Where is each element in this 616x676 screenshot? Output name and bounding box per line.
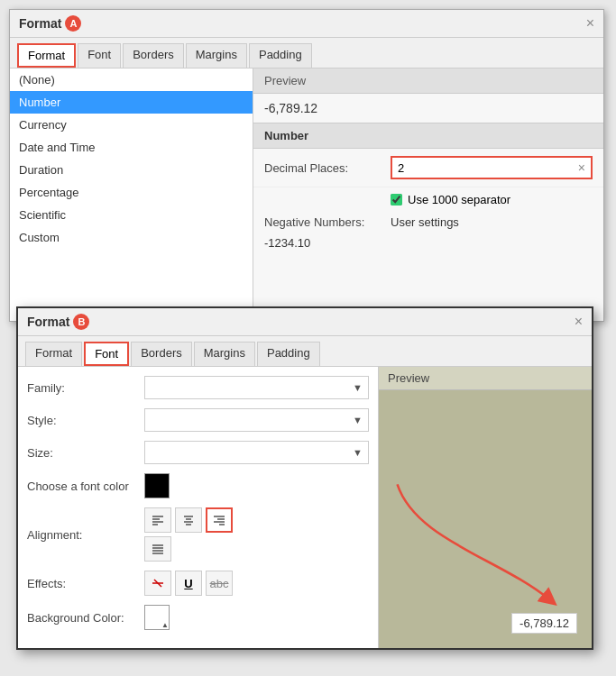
alignment-label: Alignment: (27, 528, 144, 542)
negative-numbers-value: User settings (391, 215, 459, 229)
list-item-custom[interactable]: Custom (10, 226, 253, 249)
align-group-bottom (144, 536, 233, 562)
list-item-currency[interactable]: Currency (10, 114, 253, 136)
decimal-places-clear[interactable]: × (578, 160, 585, 175)
list-item-duration[interactable]: Duration (10, 159, 253, 181)
style-row: Style: ▼ (27, 408, 369, 432)
tab-a-format[interactable]: Format (17, 43, 76, 68)
strikethrough2-button[interactable]: abc (206, 571, 233, 596)
font-content: Family: ▼ Style: ▼ Size: ▼ Choose a font… (18, 367, 592, 648)
dialog-a-close-button[interactable]: × (586, 16, 594, 31)
background-row: Background Color: ▲ (27, 605, 369, 630)
align-center-button[interactable] (175, 507, 202, 533)
strikethrough-button[interactable] (144, 571, 171, 596)
tab-b-format[interactable]: Format (25, 342, 82, 366)
list-item-percentage[interactable]: Percentage (10, 181, 253, 204)
bg-swatch-arrow-icon: ▲ (161, 621, 169, 629)
color-label: Choose a font color (27, 480, 144, 493)
background-color-swatch[interactable]: ▲ (144, 605, 170, 630)
dialog-a-titlebar: Format A × (10, 10, 603, 38)
list-item-none[interactable]: (None) (10, 69, 253, 91)
tab-a-margins[interactable]: Margins (186, 43, 247, 68)
tab-a-padding[interactable]: Padding (249, 43, 312, 68)
style-select[interactable]: ▼ (144, 408, 369, 432)
align-justify-button[interactable] (144, 536, 171, 562)
separator-checkbox[interactable] (391, 194, 402, 206)
size-select-arrow: ▼ (353, 447, 363, 458)
dialog-b-close-button[interactable]: × (575, 315, 583, 329)
style-label: Style: (27, 414, 144, 427)
dialog-b-title: Format (27, 315, 69, 329)
negative-numbers-label: Negative Numbers: (264, 215, 391, 229)
effects-row: Effects: U abc (27, 571, 369, 596)
align-right-button[interactable] (206, 507, 233, 533)
font-left-panel: Family: ▼ Style: ▼ Size: ▼ Choose a font… (18, 367, 379, 648)
dialog-format-a: Format A × Format Font Borders Margins P… (9, 9, 604, 322)
decimal-places-input[interactable] (398, 161, 566, 175)
background-label: Background Color: (27, 611, 144, 625)
negative-numbers-row: Negative Numbers: User settings (253, 212, 603, 233)
annotation-arrow (379, 367, 592, 648)
format-list: (None) Number Currency Date and Time Dur… (10, 69, 253, 321)
style-select-arrow: ▼ (353, 415, 363, 425)
dialog-a-content: (None) Number Currency Date and Time Dur… (10, 69, 603, 321)
dialog-format-b: Format B × Format Font Borders Margins P… (16, 306, 593, 650)
preview-value-b: -6,789.12 (511, 613, 577, 634)
effects-label: Effects: (27, 577, 144, 590)
effects-group: U abc (144, 571, 233, 596)
color-swatch[interactable] (144, 473, 170, 498)
color-row: Choose a font color (27, 473, 369, 498)
size-row: Size: ▼ (27, 441, 369, 464)
family-select[interactable]: ▼ (144, 376, 369, 399)
negative-example: -1234.10 (253, 233, 603, 253)
tab-b-margins[interactable]: Margins (194, 342, 255, 366)
decimal-places-row: Decimal Places: × (253, 149, 603, 187)
decimal-places-input-wrapper: × (391, 156, 593, 179)
dialog-a-tabs: Format Font Borders Margins Padding (10, 38, 603, 69)
badge-b: B (73, 314, 89, 330)
align-left-button[interactable] (144, 507, 171, 533)
font-right-panel: Preview -6,789.12 (379, 367, 592, 648)
preview-value-a: -6,789.12 (253, 94, 603, 123)
decimal-places-label: Decimal Places: (264, 161, 391, 175)
list-item-scientific[interactable]: Scientific (10, 204, 253, 226)
separator-label: Use 1000 separator (408, 193, 510, 206)
format-right-panel: Preview -6,789.12 Number Decimal Places:… (253, 69, 603, 321)
underline-button[interactable]: U (175, 571, 202, 596)
tab-b-borders[interactable]: Borders (131, 342, 192, 366)
tab-a-font[interactable]: Font (78, 43, 121, 68)
tab-a-borders[interactable]: Borders (123, 43, 184, 68)
family-select-arrow: ▼ (353, 382, 363, 393)
alignment-row: Alignment: (27, 507, 369, 562)
dialog-b-titlebar: Format B × (18, 308, 592, 336)
number-section-label: Number (253, 123, 603, 149)
family-row: Family: ▼ (27, 376, 369, 399)
list-item-number[interactable]: Number (10, 91, 253, 114)
preview-label-a: Preview (253, 69, 603, 94)
size-select[interactable]: ▼ (144, 441, 369, 464)
size-label: Size: (27, 446, 144, 460)
align-group-top (144, 507, 233, 533)
list-item-datetime[interactable]: Date and Time (10, 136, 253, 159)
preview-label-b: Preview (379, 367, 592, 390)
badge-a: A (65, 15, 81, 32)
family-label: Family: (27, 381, 144, 395)
tab-b-font[interactable]: Font (84, 342, 129, 366)
tab-b-padding[interactable]: Padding (257, 342, 320, 366)
dialog-b-tabs: Format Font Borders Margins Padding (18, 336, 592, 367)
separator-row: Use 1000 separator (253, 187, 603, 212)
dialog-a-title: Format (19, 16, 61, 31)
